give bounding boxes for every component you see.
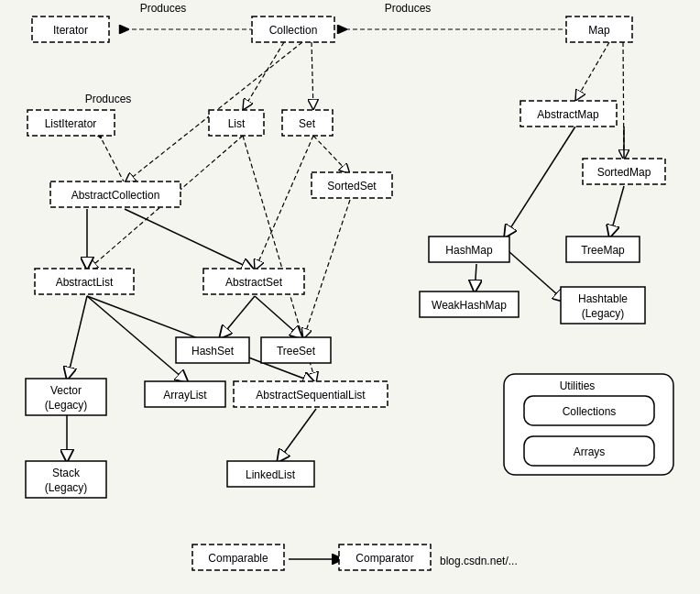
abstractlist-node: AbstractList (35, 269, 134, 294)
utilities-label: Utilities (560, 380, 596, 392)
iterator-label: Iterator (53, 24, 88, 37)
hashmap-label: HashMap (445, 244, 493, 257)
vector-label-line2: (Legacy) (45, 399, 88, 412)
set-label: Set (299, 117, 316, 130)
comparator-label: Comparator (355, 552, 413, 565)
stack-label-line2: (Legacy) (45, 481, 88, 494)
abstractsequentiallist-node: AbstractSequentialList (234, 381, 388, 407)
abstractlist-arraylist-inherit (87, 296, 189, 383)
hashmap-weakhashmap-inherit (475, 264, 476, 293)
arraylist-node: ArrayList (145, 381, 225, 407)
collection-list-impl (243, 42, 284, 110)
abstractset-treeset-inherit (255, 296, 303, 339)
hashtable-node: Hashtable (Legacy) (561, 287, 645, 324)
iterator-node: Iterator (32, 16, 109, 42)
abstractmap-node: AbstractMap (520, 101, 617, 126)
abstractsequentiallist-linkedlist-inherit (277, 409, 316, 463)
collection-label: Collection (269, 24, 318, 37)
sortedset-treeset-impl (303, 200, 350, 339)
set-node: Set (282, 110, 333, 136)
hashtable-label-line2: (Legacy) (582, 307, 625, 320)
treeset-node: TreeSet (261, 337, 331, 363)
abstractlist-label: AbstractList (56, 276, 114, 289)
abstractset-node: AbstractSet (203, 269, 304, 294)
hashset-label: HashSet (191, 345, 235, 358)
set-abstractset-impl (255, 136, 313, 270)
treemap-label: TreeMap (581, 244, 625, 257)
sortedmap-label: SortedMap (597, 166, 651, 179)
listiterator-label: ListIterator (45, 117, 97, 130)
abstractcollection-abstractset-inherit (125, 209, 255, 270)
hashtable-label-line1: Hashtable (578, 292, 628, 305)
produces-label-1: Produces (140, 2, 187, 15)
listiterator-node: ListIterator (27, 110, 115, 136)
arraylist-label: ArrayList (163, 389, 207, 402)
abstractset-label: AbstractSet (225, 276, 283, 289)
sortedset-label: SortedSet (327, 180, 377, 192)
stack-node: Stack (Legacy) (26, 461, 106, 498)
map-abstractmap-impl (575, 42, 609, 101)
produces-label-2: Produces (385, 2, 432, 15)
vector-label-line1: Vector (50, 384, 82, 397)
vector-node: Vector (Legacy) (26, 379, 106, 415)
linkedlist-label: LinkedList (246, 468, 296, 481)
abstractmap-label: AbstractMap (537, 108, 599, 121)
uml-diagram: Iterator Collection Map ListIterator Lis… (0, 0, 700, 594)
hashset-node: HashSet (176, 337, 249, 363)
abstractlist-vector-inherit (67, 296, 87, 380)
diagram-container: Iterator Collection Map ListIterator Lis… (0, 0, 700, 594)
abstractsequentiallist-label: AbstractSequentialList (256, 389, 366, 402)
utilities-group: Utilities Collections Arrays (504, 374, 673, 475)
abstractcollection-node: AbstractCollection (50, 182, 180, 207)
collections-label: Collections (563, 405, 617, 418)
abstractcollection-to-listiterator-arrow (101, 138, 125, 183)
set-sortedset-impl (313, 136, 350, 174)
comparable-node: Comparable (192, 544, 284, 570)
list-label: List (228, 117, 246, 130)
hashmap-node: HashMap (429, 236, 509, 262)
map-label: Map (588, 24, 610, 37)
collection-set-impl (312, 42, 313, 110)
produces-label-3: Produces (85, 93, 132, 105)
treemap-node: TreeMap (566, 236, 640, 262)
abstractcollection-label: AbstractCollection (71, 189, 160, 202)
map-node: Map (566, 16, 632, 42)
comparator-node: Comparator (339, 544, 431, 570)
collection-node: Collection (252, 16, 334, 42)
watermark: blog.csdn.net/... (440, 555, 518, 567)
comparable-label: Comparable (208, 552, 268, 565)
stack-label-line1: Stack (52, 467, 81, 479)
list-node: List (209, 110, 264, 136)
abstractmap-hashmap-inherit (504, 126, 575, 238)
treeset-label: TreeSet (277, 345, 316, 358)
sortedmap-node: SortedMap (583, 159, 665, 184)
weakhashmap-label: WeakHashMap (432, 299, 507, 312)
sortedmap-treemap-inherit (609, 186, 624, 238)
linkedlist-node: LinkedList (227, 461, 314, 487)
abstractset-hashset-inherit (219, 296, 255, 339)
sortedset-node: SortedSet (312, 172, 392, 198)
arrays-label: Arrays (574, 446, 606, 458)
weakhashmap-node: WeakHashMap (420, 292, 519, 317)
